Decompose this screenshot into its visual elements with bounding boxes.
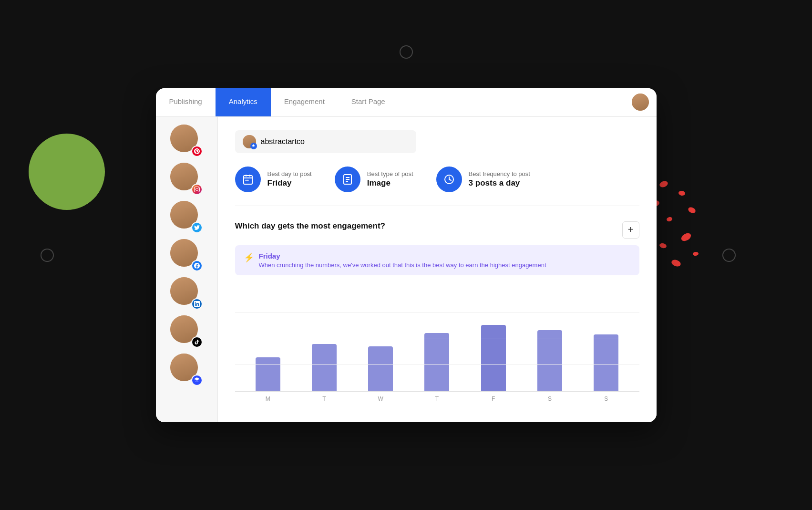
sidebar-item-pinterest[interactable]	[170, 125, 203, 157]
insight-day: Friday	[259, 252, 546, 260]
bar-chart	[235, 287, 639, 392]
sidebar-item-instagram[interactable]	[170, 163, 203, 195]
stat-label-type: Best type of post	[367, 170, 413, 177]
decorative-ring-left	[41, 249, 54, 262]
stat-value-type: Image	[367, 178, 413, 188]
account-avatar	[243, 135, 256, 148]
badge-buffer	[191, 375, 203, 386]
tab-engagement[interactable]: Engagement	[271, 88, 338, 116]
bar-group-W	[352, 287, 409, 391]
stats-row: Best day to post Friday Best type of pos…	[235, 167, 639, 206]
sidebar-item-buffer[interactable]	[170, 354, 203, 386]
bar-label-S-5: S	[522, 392, 578, 402]
svg-line-12	[449, 179, 451, 180]
account-name: abstractartco	[261, 137, 305, 146]
sidebar-item-tiktok[interactable]	[170, 315, 203, 348]
bar-group-S	[522, 287, 578, 391]
bar-label-M-0: M	[240, 392, 296, 402]
stat-best-type: Best type of post Image	[335, 167, 413, 192]
avatar-image	[632, 94, 649, 111]
add-chart-button[interactable]: +	[622, 221, 639, 239]
badge-twitter	[191, 222, 203, 233]
insight-description: When crunching the numbers, we've worked…	[259, 261, 546, 269]
stat-label-freq: Best frequency to post	[469, 170, 530, 177]
decorative-ring-top	[400, 45, 413, 59]
bar-W-2[interactable]	[368, 346, 393, 391]
stat-icon-document	[335, 167, 360, 192]
badge-facebook	[191, 260, 203, 271]
stat-best-frequency: Best frequency to post 3 posts a day	[436, 167, 530, 192]
account-verified-badge	[250, 143, 257, 149]
bar-M-0[interactable]	[256, 357, 280, 391]
bar-T-3[interactable]	[424, 333, 449, 391]
bar-label-S-6: S	[578, 392, 634, 402]
stat-value-day: Friday	[267, 178, 312, 188]
bar-T-1[interactable]	[312, 344, 337, 391]
tab-publishing[interactable]: Publishing	[156, 88, 216, 116]
bar-group-M	[240, 287, 296, 391]
sidebar-item-facebook[interactable]	[170, 239, 203, 271]
chart-title: Which day gets the most engagement?	[235, 221, 386, 231]
stat-label-day: Best day to post	[267, 170, 312, 177]
bar-S-5[interactable]	[537, 330, 562, 391]
insight-text: Friday When crunching the numbers, we've…	[259, 252, 546, 269]
stat-icon-clock	[436, 167, 462, 192]
main-layout: abstractartco Best day to post Friday	[156, 117, 657, 422]
insight-banner: ⚡ Friday When crunching the numbers, we'…	[235, 245, 639, 275]
badge-linkedin	[191, 298, 203, 310]
sidebar	[156, 117, 218, 422]
bar-label-F-4: F	[465, 392, 522, 402]
bar-group-F	[465, 287, 522, 391]
account-selector[interactable]: abstractartco	[235, 130, 416, 153]
bar-S-6[interactable]	[594, 334, 618, 391]
nav-user-avatar[interactable]	[624, 88, 657, 116]
bar-group-T	[409, 287, 465, 391]
lightning-icon: ⚡	[244, 252, 254, 263]
bar-F-4[interactable]	[481, 325, 506, 391]
stat-best-day: Best day to post Friday	[235, 167, 312, 192]
svg-point-4	[245, 179, 247, 181]
badge-instagram	[191, 184, 203, 195]
stat-icon-calendar	[235, 167, 261, 192]
decorative-green-circle	[29, 134, 105, 210]
chart-section: Which day gets the most engagement? + ⚡ …	[235, 221, 639, 402]
stat-text-best-freq: Best frequency to post 3 posts a day	[469, 170, 530, 188]
stat-value-freq: 3 posts a day	[469, 178, 530, 188]
tab-analytics[interactable]: Analytics	[216, 88, 271, 116]
nav-spacer	[399, 88, 624, 116]
tab-start-page[interactable]: Start Page	[338, 88, 399, 116]
stat-text-best-type: Best type of post Image	[367, 170, 413, 188]
svg-point-5	[247, 179, 248, 181]
app-window: Publishing Analytics Engagement Start Pa…	[156, 88, 657, 422]
main-content: abstractartco Best day to post Friday	[218, 117, 657, 422]
stat-text-best-day: Best day to post Friday	[267, 170, 312, 188]
badge-tiktok	[191, 336, 203, 348]
top-nav: Publishing Analytics Engagement Start Pa…	[156, 88, 657, 117]
sidebar-item-twitter[interactable]	[170, 201, 203, 233]
bar-label-T-1: T	[296, 392, 352, 402]
sidebar-item-linkedin[interactable]	[170, 277, 203, 310]
bar-labels-row: MTWTFSS	[235, 392, 639, 402]
bar-group-S	[578, 287, 634, 391]
bar-group-T	[296, 287, 352, 391]
bar-label-W-2: W	[352, 392, 409, 402]
decorative-ring-right	[722, 249, 736, 262]
bar-label-T-3: T	[409, 392, 465, 402]
chart-header: Which day gets the most engagement? +	[235, 221, 639, 239]
badge-pinterest	[191, 146, 203, 157]
